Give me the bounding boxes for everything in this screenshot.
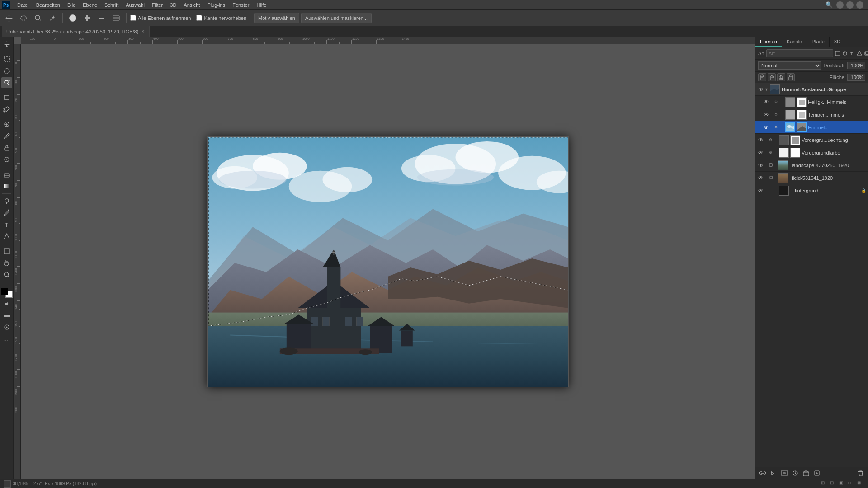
tool-move[interactable] xyxy=(1,39,12,50)
status-icon1[interactable]: ⊞ xyxy=(821,480,828,488)
group-arrow-himmel-gruppe[interactable]: ▼ xyxy=(764,87,769,92)
lock-position-btn[interactable] xyxy=(777,73,785,81)
layer-filter-text-icon[interactable]: T xyxy=(849,49,855,57)
tab-close-btn[interactable]: ✕ xyxy=(141,29,145,34)
layer-filter-pixel-icon[interactable] xyxy=(835,49,840,57)
menu-hilfe[interactable]: Hilfe xyxy=(253,0,270,10)
quick-sel-btn[interactable]: + xyxy=(32,12,44,24)
tool-brush[interactable] xyxy=(1,131,12,141)
motiv-auswaehlen-btn[interactable]: Motiv auswählen xyxy=(254,13,299,23)
minimize-btn[interactable] xyxy=(836,1,844,9)
tab-ebenen[interactable]: Ebenen xyxy=(755,37,782,47)
visibility-vordergru[interactable]: 👁 xyxy=(757,137,764,143)
tab-3d[interactable]: 3D xyxy=(830,37,845,47)
layer-row-landscape[interactable]: 👁 landscape-4370250_1920 xyxy=(755,159,868,172)
layer-row-vordergrundfarbe[interactable]: 👁 ⚙ Vordergrundfarbe xyxy=(755,146,868,159)
close-btn[interactable] xyxy=(856,1,863,9)
tool-mode-add[interactable] xyxy=(81,12,94,24)
fill-input[interactable] xyxy=(847,74,865,81)
menu-bearbeiten[interactable]: Bearbeiten xyxy=(33,0,64,10)
add-mask-btn[interactable] xyxy=(780,469,789,478)
link-layers-btn[interactable] xyxy=(758,469,767,478)
menu-filter[interactable]: Filter xyxy=(148,0,166,10)
tool-quick-select[interactable]: + xyxy=(1,77,12,88)
tool-gradient[interactable] xyxy=(1,181,12,192)
tool-hand[interactable] xyxy=(1,258,12,268)
add-layer-style-btn[interactable]: fx xyxy=(769,469,778,478)
menu-bild[interactable]: Bild xyxy=(64,0,79,10)
layer-row-temperatur[interactable]: 👁 ⚙ Temper...immels xyxy=(755,108,868,121)
layer-row-vordergru-leuchtung[interactable]: 👁 ⚙ Vordergru...uechtung xyxy=(755,134,868,146)
tool-history-brush[interactable] xyxy=(1,154,12,165)
menu-plugins[interactable]: Plug-ins xyxy=(203,0,229,10)
visibility-landscape[interactable]: 👁 xyxy=(757,162,764,169)
layer-row-himmel[interactable]: 👁 ⚙ xyxy=(755,121,868,134)
layers-search-input[interactable] xyxy=(766,49,833,57)
fg-color-swatch[interactable] xyxy=(1,288,8,295)
canvas[interactable] xyxy=(207,136,569,387)
status-icon2[interactable]: ⊡ xyxy=(830,480,837,488)
tool-extra1[interactable] xyxy=(1,310,12,321)
tool-healing[interactable] xyxy=(1,119,12,130)
move-tool-btn[interactable] xyxy=(3,12,15,24)
visibility-helligkeit[interactable]: 👁 xyxy=(763,99,770,105)
swap-colors-btn[interactable]: ⇄ xyxy=(5,301,9,306)
tool-crop[interactable] xyxy=(1,92,12,103)
layer-filter-shape-icon[interactable] xyxy=(857,49,862,57)
tool-extra2[interactable] xyxy=(1,322,12,333)
layer-filter-smartobj-icon[interactable] xyxy=(864,49,868,57)
visibility-himmel-gruppe[interactable]: 👁 xyxy=(757,86,764,93)
new-group-btn[interactable] xyxy=(802,469,811,478)
tool-lasso[interactable] xyxy=(1,66,12,76)
tool-text[interactable]: T xyxy=(1,219,12,230)
tab-pfade[interactable]: Pfade xyxy=(807,37,830,47)
document-tab[interactable]: Unbenannt-1 bei 38,2% (landscape-4370250… xyxy=(2,26,150,37)
delete-layer-btn[interactable] xyxy=(856,469,865,478)
maximize-btn[interactable] xyxy=(846,1,854,9)
tool-pen[interactable] xyxy=(1,207,12,218)
search-btn[interactable]: 🔍 xyxy=(825,0,834,9)
tool-dodge[interactable] xyxy=(1,196,12,206)
menu-3d[interactable]: 3D xyxy=(166,0,180,10)
lock-transparent-btn[interactable] xyxy=(758,73,766,81)
visibility-field[interactable]: 👁 xyxy=(757,175,764,181)
layer-row-himmel-gruppe[interactable]: 👁 ▼ Himmel-Austausch-Gruppe xyxy=(755,83,868,96)
layer-row-field[interactable]: 👁 field-531641_1920 xyxy=(755,172,868,184)
add-adjustment-btn[interactable] xyxy=(791,469,800,478)
tool-rect-select[interactable] xyxy=(1,54,12,65)
menu-ansicht[interactable]: Ansicht xyxy=(180,0,203,10)
tool-eyedropper[interactable] xyxy=(1,104,12,115)
opacity-input[interactable] xyxy=(847,62,865,69)
tool-mode-subtract[interactable] xyxy=(95,12,108,24)
status-icon4[interactable]: □ xyxy=(848,480,855,488)
tool-clone-stamp[interactable] xyxy=(1,142,12,153)
tool-extra3[interactable]: ... xyxy=(1,333,12,344)
magic-wand-btn[interactable] xyxy=(46,12,59,24)
menu-datei[interactable]: Datei xyxy=(14,0,33,10)
visibility-himmel[interactable]: 👁 xyxy=(763,124,770,131)
alle-ebenen-checkbox[interactable] xyxy=(130,15,136,21)
status-icon3[interactable]: ▣ xyxy=(839,480,846,488)
layer-row-hintergrund[interactable]: 👁 Hintergrund 🔒 xyxy=(755,184,868,197)
menu-ebene[interactable]: Ebene xyxy=(79,0,101,10)
tool-eraser[interactable] xyxy=(1,169,12,180)
tool-shape[interactable] xyxy=(1,246,12,257)
lock-pixels-btn[interactable] xyxy=(768,73,776,81)
tool-path-select[interactable] xyxy=(1,231,12,242)
status-info-btn[interactable] xyxy=(4,480,11,488)
tab-kanaele[interactable]: Kanäle xyxy=(782,37,807,47)
visibility-vordergrundfarbe[interactable]: 👁 xyxy=(757,150,764,156)
menu-fenster[interactable]: Fenster xyxy=(229,0,253,10)
auswaehlen-maskieren-btn[interactable]: Auswählen und maskieren... xyxy=(301,13,372,23)
layer-row-helligkeit[interactable]: 👁 ⚙ Helligk...Himmels xyxy=(755,96,868,108)
tool-zoom[interactable] xyxy=(1,269,12,280)
menu-schrift[interactable]: Schrift xyxy=(101,0,122,10)
menu-auswahl[interactable]: Auswahl xyxy=(122,0,148,10)
kante-hervorheben-checkbox[interactable] xyxy=(196,15,202,21)
new-layer-btn[interactable] xyxy=(812,469,821,478)
status-icon5[interactable]: ⊠ xyxy=(857,480,864,488)
lock-all-btn[interactable] xyxy=(787,73,795,81)
visibility-temperatur[interactable]: 👁 xyxy=(763,112,770,118)
layer-filter-adjustment-icon[interactable] xyxy=(842,49,848,57)
visibility-hintergrund[interactable]: 👁 xyxy=(757,188,764,194)
